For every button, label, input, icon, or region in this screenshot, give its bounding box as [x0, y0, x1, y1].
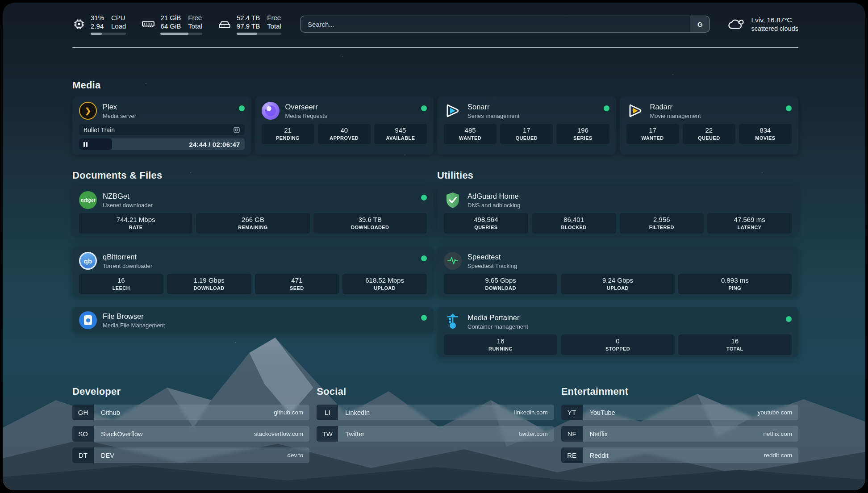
- app-subtitle: Speedtest Tracking: [467, 262, 792, 270]
- bookmark-badge: GH: [72, 405, 94, 420]
- app-card-overseerr[interactable]: Overseerr Media Requests 21PENDING 40APP…: [255, 96, 434, 155]
- bookmark-name: YouTube: [590, 409, 615, 416]
- status-dot: [786, 105, 792, 111]
- developer-bookmarks: Developer GH Github github.com SO StackO…: [72, 386, 309, 469]
- disk-stat-widget: 52.4 TB 97.9 TB Free Total: [217, 13, 281, 35]
- bookmark-netflix[interactable]: NF Netflix netflix.com: [561, 426, 798, 442]
- status-dot: [786, 316, 792, 322]
- disk-progress-bar: [237, 33, 281, 35]
- app-card-radarr[interactable]: Radarr Movie management 17WANTED 22QUEUE…: [620, 96, 799, 155]
- stat-tile: 17WANTED: [626, 124, 679, 144]
- search-bar[interactable]: G: [300, 16, 710, 33]
- dashboard-screen: 31% 2.94 CPU Load: [3, 3, 865, 490]
- cpu-progress-bar: [91, 33, 126, 35]
- bookmark-youtube[interactable]: YT YouTube youtube.com: [561, 405, 798, 420]
- section-heading-social: Social: [317, 386, 554, 397]
- disk-icon: [217, 17, 232, 31]
- cpu-load-value: 2.94: [91, 22, 104, 30]
- app-card-sonarr[interactable]: Sonarr Series management 485WANTED 17QUE…: [437, 96, 616, 155]
- stat-tile: 39.6 TBDOWNLOADED: [313, 213, 427, 234]
- stat-tile: 834MOVIES: [739, 124, 792, 144]
- filebrowser-icon: [79, 311, 97, 329]
- speedtest-pulse-icon: [444, 252, 462, 270]
- cloud-icon: [727, 17, 745, 31]
- app-name: File Browser: [103, 312, 415, 321]
- status-dot: [421, 315, 427, 321]
- bookmark-url: youtube.com: [758, 409, 792, 416]
- app-card-filebrowser[interactable]: File Browser Media File Management: [72, 307, 434, 333]
- cpu-chip-icon: [72, 17, 86, 31]
- radarr-icon: [626, 102, 644, 120]
- stat-tile: 485WANTED: [444, 124, 497, 144]
- app-name: qBittorrent: [103, 252, 415, 262]
- memory-stat-widget: 21 GiB 64 GiB Free Total: [141, 13, 202, 35]
- app-card-portainer[interactable]: Media Portainer Container management 16R…: [437, 307, 798, 357]
- bookmark-badge: RE: [561, 447, 583, 463]
- stat-tile: 21PENDING: [262, 124, 314, 144]
- app-subtitle: Media File Management: [103, 322, 415, 330]
- bookmark-twitter[interactable]: TW Twitter twitter.com: [317, 426, 554, 442]
- bookmark-url: stackoverflow.com: [254, 430, 303, 437]
- adguard-shield-icon: [444, 191, 462, 209]
- bookmark-badge: TW: [317, 426, 338, 442]
- stat-tile: 945AVAILABLE: [374, 124, 427, 144]
- portainer-crane-icon: [444, 313, 462, 330]
- app-card-adguard[interactable]: AdGuard Home DNS and adblocking 498,564Q…: [437, 186, 798, 236]
- memory-progress-bar: [160, 33, 202, 35]
- playback-progress-bar[interactable]: 24:44 / 02:06:47: [79, 138, 245, 150]
- weather-widget[interactable]: Lviv, 16.87°C scattered clouds: [727, 16, 798, 33]
- app-subtitle: Torrent downloader: [103, 262, 415, 270]
- nzbget-icon: nzbget: [79, 191, 97, 209]
- cpu-percent: 31%: [91, 13, 104, 22]
- status-dot: [604, 105, 609, 111]
- now-playing-row: Bullet Train: [79, 124, 245, 135]
- bookmark-github[interactable]: GH Github github.com: [72, 405, 309, 420]
- bookmark-linkedin[interactable]: LI LinkedIn linkedin.com: [317, 405, 554, 420]
- cpu-load-label: Load: [111, 22, 126, 30]
- app-card-speedtest[interactable]: Speedtest Speedtest Tracking 9.65 GbpsDO…: [437, 246, 798, 297]
- app-name: Overseerr: [285, 102, 416, 112]
- section-heading-utilities: Utilities: [437, 170, 798, 181]
- disk-total-value: 97.9 TB: [237, 22, 260, 30]
- search-input[interactable]: [300, 16, 690, 32]
- app-name: Radarr: [650, 102, 780, 112]
- overseerr-icon: [262, 102, 280, 120]
- record-icon[interactable]: [233, 126, 240, 134]
- plex-icon: ❯: [79, 102, 97, 120]
- bookmark-stackoverflow[interactable]: SO StackOverflow stackoverflow.com: [72, 426, 309, 442]
- bookmark-name: Netflix: [590, 430, 608, 438]
- bookmark-dev[interactable]: DT DEV dev.to: [72, 447, 309, 463]
- stat-tile: 22QUEUED: [683, 124, 735, 144]
- ram-icon: [141, 17, 155, 31]
- stat-tile: 16TOTAL: [678, 334, 792, 355]
- section-heading-entertainment: Entertainment: [561, 386, 798, 397]
- cpu-label: CPU: [111, 13, 126, 22]
- stat-tile: 0STOPPED: [561, 334, 674, 355]
- app-name: Plex: [103, 102, 233, 112]
- app-subtitle: DNS and adblocking: [467, 201, 792, 209]
- weather-location-temp: Lviv, 16.87°C: [751, 16, 798, 25]
- bookmark-url: github.com: [274, 409, 303, 416]
- app-name: Sonarr: [467, 102, 598, 112]
- app-subtitle: Series management: [467, 112, 598, 120]
- stat-tile: 16RUNNING: [444, 334, 557, 355]
- bookmark-url: twitter.com: [519, 430, 548, 437]
- app-card-qbittorrent[interactable]: qb qBittorrent Torrent downloader 16LEEC…: [72, 246, 434, 297]
- bookmark-badge: DT: [72, 447, 94, 463]
- cpu-stat-widget: 31% 2.94 CPU Load: [72, 13, 126, 35]
- pause-icon[interactable]: [83, 142, 88, 147]
- social-bookmarks: Social LI LinkedIn linkedin.com TW Twitt…: [317, 386, 554, 469]
- status-dot: [421, 105, 427, 111]
- stat-tile: 2,956FILTERED: [620, 213, 704, 234]
- memory-total-label: Total: [188, 22, 202, 30]
- bookmark-reddit[interactable]: RE Reddit reddit.com: [561, 447, 798, 463]
- search-engine-button[interactable]: G: [690, 16, 709, 32]
- bookmark-badge: NF: [561, 426, 583, 442]
- qbittorrent-icon: qb: [79, 252, 97, 270]
- app-card-plex[interactable]: ❯ Plex Media server Bullet Train: [72, 96, 251, 155]
- bookmark-badge: LI: [317, 405, 338, 420]
- now-playing-title: Bullet Train: [83, 126, 115, 134]
- app-card-nzbget[interactable]: nzbget NZBGet Usenet downloader 744.21 M…: [72, 186, 434, 236]
- stat-tile: 196SERIES: [556, 124, 609, 144]
- sonarr-icon: [444, 102, 462, 120]
